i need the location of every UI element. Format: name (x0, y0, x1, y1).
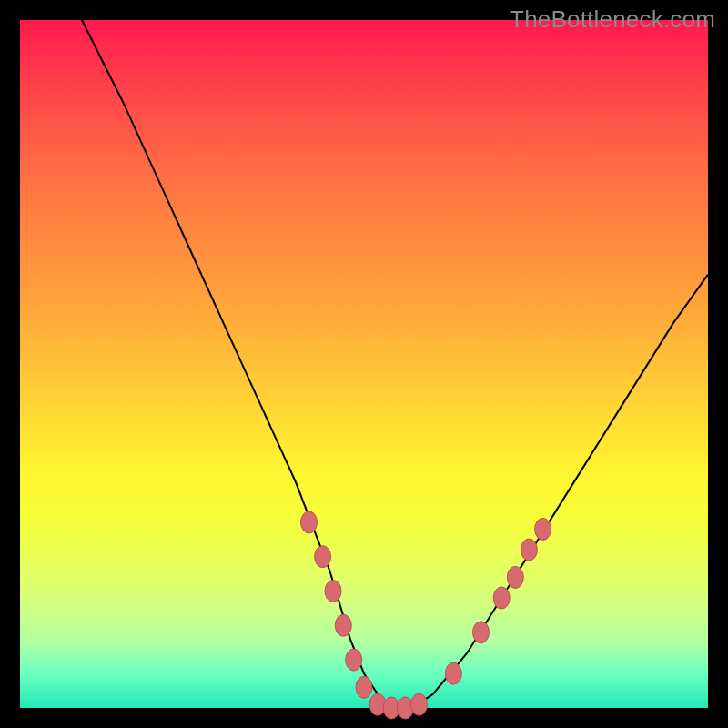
marker-dot (325, 581, 341, 602)
marker-dot (445, 662, 461, 684)
marker-dot (535, 518, 551, 540)
bottleneck-curve-path (82, 20, 708, 708)
marker-dot (301, 511, 318, 533)
marker-dot (493, 587, 510, 609)
bottleneck-curve-svg (20, 20, 708, 708)
watermark-label: TheBottleneck.com (510, 5, 715, 34)
marker-dots (301, 511, 551, 719)
marker-dot (335, 614, 351, 636)
marker-dot (346, 649, 362, 671)
plot-area (20, 20, 708, 708)
marker-dot (411, 693, 428, 715)
marker-dot (356, 676, 372, 698)
marker-dot (507, 566, 523, 588)
marker-dot (473, 622, 490, 643)
marker-dot (315, 546, 331, 568)
chart-frame: TheBottleneck.com (0, 0, 728, 728)
marker-dot (521, 539, 537, 561)
